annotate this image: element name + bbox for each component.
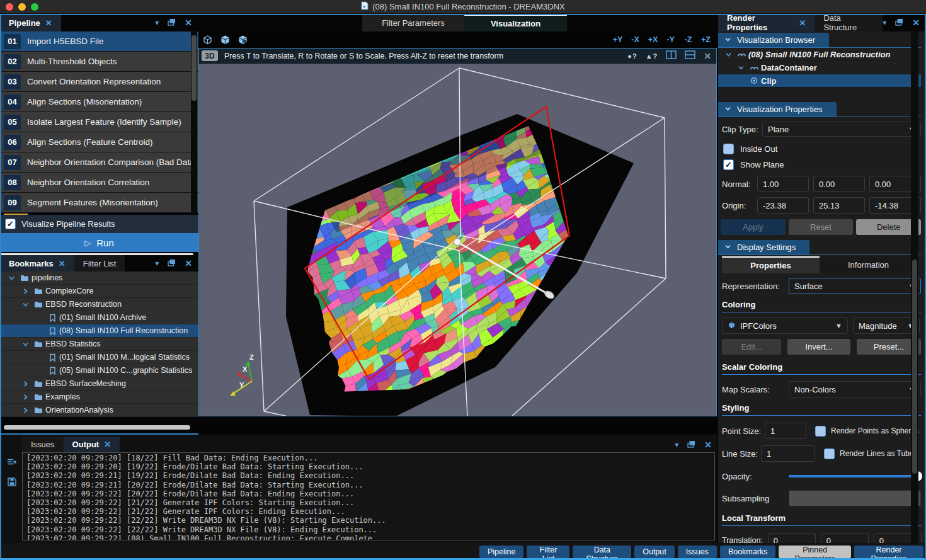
- chevron-right-icon[interactable]: [19, 394, 31, 401]
- toggle-data-structure-button[interactable]: Data Structure: [573, 546, 631, 558]
- pipeline-step[interactable]: 08Neighbor Orientation Correlation: [0, 173, 198, 193]
- display-settings-header[interactable]: Display Settings: [718, 240, 921, 255]
- run-button[interactable]: ▷ Run: [0, 233, 198, 252]
- chevron-down-icon[interactable]: [19, 301, 31, 308]
- pipeline-scrollbar[interactable]: [191, 31, 197, 213]
- pipeline-step[interactable]: 04Align Sections (Misorientation): [0, 92, 198, 112]
- map-scalars-dropdown[interactable]: Non-Colors ▼: [789, 381, 921, 397]
- tree-folder-row[interactable]: EBSD Reconstruction: [0, 298, 198, 311]
- normal-y-field[interactable]: [813, 176, 865, 192]
- tree-bookmark-row[interactable]: (08) Small IN100 Full Reconstruction: [0, 324, 198, 338]
- panel-menu-icon[interactable]: ▾: [155, 259, 159, 268]
- tab-render-properties[interactable]: Render Properties ✕: [718, 14, 815, 31]
- toggle-pinned-parameters-button[interactable]: Pinned Parameters: [779, 546, 851, 558]
- tab-filter-parameters[interactable]: Filter Parameters: [362, 14, 464, 31]
- close-tab-icon[interactable]: ✕: [104, 440, 111, 449]
- edit-colors-button[interactable]: Edit...: [722, 339, 781, 355]
- chevron-down-icon[interactable]: [19, 341, 31, 348]
- tab-data-structure[interactable]: Data Structure: [815, 14, 883, 31]
- browser-tree-row[interactable]: (08) Small IN100 Full Reconstruction: [718, 48, 921, 61]
- toggle-render-properties-button[interactable]: Render Properties: [854, 546, 923, 558]
- invert-colors-button[interactable]: Invert...: [787, 339, 850, 355]
- tab-output[interactable]: Output ✕: [64, 437, 120, 452]
- pipeline-step[interactable]: 09Segment Features (Misorientation): [0, 193, 198, 213]
- pipeline-step[interactable]: 02Multi-Threshold Objects: [0, 52, 198, 72]
- pipeline-step[interactable]: 06Align Sections (Feature Centroid): [0, 132, 198, 152]
- panel-close-icon[interactable]: ✕: [185, 18, 192, 28]
- pipeline-step[interactable]: 05Isolate Largest Feature (Identify Samp…: [0, 112, 198, 132]
- subsampling-spinner[interactable]: ▲ ▼: [789, 490, 921, 506]
- visualization-browser-header[interactable]: Visualization Browser: [718, 33, 921, 48]
- visualization-properties-header[interactable]: Visualization Properties: [718, 102, 921, 117]
- close-tab-icon[interactable]: ✕: [799, 18, 806, 28]
- chevron-down-icon[interactable]: [735, 64, 747, 71]
- render-lines-tubes-checkbox[interactable]: [824, 449, 835, 459]
- window-minimize-button[interactable]: [18, 3, 26, 11]
- cell-picking-help-icon[interactable]: ▲?: [646, 52, 658, 60]
- translation-y-field[interactable]: [821, 533, 869, 543]
- panel-close-icon[interactable]: ✕: [704, 440, 712, 450]
- camera-plusx-button[interactable]: +X: [647, 35, 659, 44]
- render-points-spheres-checkbox[interactable]: [815, 426, 826, 437]
- close-tab-icon[interactable]: ✕: [59, 259, 66, 268]
- output-console[interactable]: [2023:02:20 09:29:20] [18/22] Fill Bad D…: [22, 452, 715, 540]
- tree-bookmark-row[interactable]: (01) Small IN100 M...logical Statistics: [0, 351, 198, 364]
- toggle-pipeline-button[interactable]: Pipeline: [479, 546, 523, 558]
- line-size-field[interactable]: [761, 445, 815, 462]
- toggle-filter-list-button[interactable]: Filter List: [527, 546, 569, 558]
- chevron-right-icon[interactable]: [19, 407, 31, 414]
- camera-fit-icon[interactable]: [216, 34, 234, 45]
- pipeline-step[interactable]: 07Neighbor Orientation Comparison (Bad D…: [0, 152, 198, 173]
- tree-folder-row[interactable]: EBSD SurfaceMeshing: [0, 377, 198, 391]
- pipeline-step[interactable]: 01Import H5EBSD File: [0, 31, 198, 52]
- tab-pipeline[interactable]: Pipeline ✕: [0, 14, 61, 31]
- tab-issues[interactable]: Issues: [22, 437, 64, 452]
- component-dropdown[interactable]: Magnitude ▼: [853, 317, 920, 334]
- browser-tree-row[interactable]: Clip: [718, 74, 921, 88]
- camera-plusz-button[interactable]: +Z: [700, 35, 712, 44]
- tab-visualization[interactable]: Visualization: [464, 14, 567, 31]
- split-horizontal-icon[interactable]: [685, 50, 695, 62]
- clip-type-dropdown[interactable]: Plane ▼: [762, 122, 921, 137]
- tab-display-properties[interactable]: Properties: [722, 256, 820, 273]
- panel-float-icon[interactable]: [168, 258, 176, 269]
- camera-rotate-icon[interactable]: [234, 34, 251, 45]
- tree-bookmark-row[interactable]: (01) Small IN100 Archive: [0, 311, 198, 324]
- point-size-field[interactable]: [765, 423, 806, 439]
- camera-minusy-button[interactable]: -Y: [665, 35, 677, 44]
- origin-x-field[interactable]: [757, 197, 809, 214]
- toggle-output-button[interactable]: Output: [634, 546, 675, 558]
- browser-tree-row[interactable]: DataContainer: [718, 61, 921, 74]
- panel-float-icon[interactable]: [687, 439, 695, 450]
- chevron-right-icon[interactable]: [19, 288, 31, 295]
- camera-minusz-button[interactable]: -Z: [682, 35, 694, 44]
- close-tab-icon[interactable]: ✕: [45, 18, 52, 28]
- bookmarks-hscrollbar[interactable]: [4, 425, 190, 430]
- panel-float-icon[interactable]: [168, 17, 176, 28]
- tree-folder-row[interactable]: Examples: [0, 391, 198, 404]
- origin-y-field[interactable]: [813, 197, 865, 214]
- close-view-icon[interactable]: ✕: [704, 51, 711, 61]
- window-zoom-button[interactable]: [31, 3, 38, 11]
- split-vertical-icon[interactable]: [666, 50, 677, 62]
- panel-menu-icon[interactable]: ▾: [675, 440, 678, 449]
- camera-minusx-button[interactable]: -X: [629, 35, 641, 44]
- panel-menu-icon[interactable]: ▾: [155, 18, 159, 27]
- panel-float-icon[interactable]: [895, 17, 903, 28]
- tree-folder-row[interactable]: EBSD Statistics: [0, 338, 198, 351]
- render-panel-scrollbar[interactable]: [911, 31, 918, 543]
- eye-visible-icon[interactable]: [747, 77, 761, 84]
- tree-bookmark-row[interactable]: (05) Small IN100 C...graphic Statistics: [0, 364, 198, 377]
- chevron-down-icon[interactable]: [722, 51, 735, 58]
- visualize-pipeline-results-row[interactable]: ✓ Visualize Pipeline Results: [0, 215, 198, 233]
- visualize-results-checkbox[interactable]: ✓: [5, 219, 16, 229]
- tab-display-information[interactable]: Information: [820, 256, 917, 273]
- opacity-slider[interactable]: [789, 471, 921, 481]
- tab-filter-list[interactable]: Filter List: [74, 255, 125, 271]
- camera-plusy-button[interactable]: +Y: [612, 35, 624, 44]
- panel-close-icon[interactable]: ✕: [912, 18, 920, 28]
- normal-x-field[interactable]: [757, 176, 809, 192]
- tab-bookmarks[interactable]: Bookmarks ✕: [0, 255, 74, 271]
- color-array-dropdown[interactable]: IPFColors ▼: [722, 317, 848, 334]
- save-output-icon[interactable]: [8, 477, 16, 489]
